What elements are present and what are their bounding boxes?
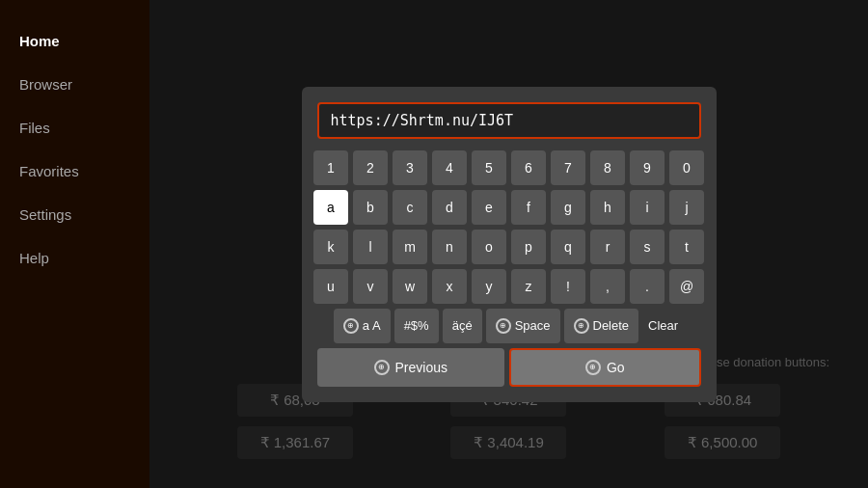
key-l[interactable]: l bbox=[353, 230, 388, 264]
key-b[interactable]: b bbox=[353, 190, 388, 225]
keyboard-overlay: https://Shrtm.nu/IJ6T 1 2 3 4 5 6 7 8 9 … bbox=[149, 0, 868, 488]
previous-icon: ⊕ bbox=[374, 360, 390, 375]
key-n[interactable]: n bbox=[432, 230, 467, 264]
key-o[interactable]: o bbox=[472, 230, 506, 264]
sidebar: Home Browser Files Favorites Settings He… bbox=[0, 0, 149, 488]
key-e[interactable]: e bbox=[472, 190, 506, 225]
key-v[interactable]: v bbox=[353, 269, 388, 304]
key-x[interactable]: x bbox=[432, 269, 467, 304]
key-8[interactable]: 8 bbox=[590, 150, 625, 185]
key-period[interactable]: . bbox=[630, 269, 665, 304]
key-4[interactable]: 4 bbox=[432, 150, 467, 185]
key-p[interactable]: p bbox=[511, 230, 546, 264]
key-comma[interactable]: , bbox=[590, 269, 625, 304]
accents-key[interactable]: äçé bbox=[443, 309, 482, 343]
shift-key[interactable]: ⊕ a A bbox=[334, 309, 391, 343]
sidebar-item-help[interactable]: Help bbox=[0, 236, 149, 280]
letter-row-3: u v w x y z ! , . @ bbox=[317, 269, 701, 304]
key-9[interactable]: 9 bbox=[630, 150, 665, 185]
key-c[interactable]: c bbox=[393, 190, 427, 225]
letter-row-1: a b c d e f g h i j bbox=[317, 190, 701, 225]
key-j[interactable]: j bbox=[669, 190, 704, 225]
sidebar-item-home[interactable]: Home bbox=[0, 19, 149, 63]
key-i[interactable]: i bbox=[630, 190, 665, 225]
clear-key[interactable]: Clear bbox=[642, 309, 684, 343]
key-w[interactable]: w bbox=[393, 269, 427, 304]
key-1[interactable]: 1 bbox=[313, 150, 348, 185]
keyboard-dialog: https://Shrtm.nu/IJ6T 1 2 3 4 5 6 7 8 9 … bbox=[302, 87, 717, 402]
previous-button[interactable]: ⊕ Previous bbox=[317, 348, 505, 387]
key-g[interactable]: g bbox=[551, 190, 585, 225]
key-exclamation[interactable]: ! bbox=[551, 269, 585, 304]
special-row: ⊕ a A #$% äçé ⊕ Space ⊕ Delete Clear bbox=[317, 309, 701, 343]
key-at[interactable]: @ bbox=[669, 269, 704, 304]
key-6[interactable]: 6 bbox=[511, 150, 546, 185]
key-t[interactable]: t bbox=[669, 230, 704, 264]
key-m[interactable]: m bbox=[393, 230, 427, 264]
key-2[interactable]: 2 bbox=[353, 150, 388, 185]
sidebar-item-favorites[interactable]: Favorites bbox=[0, 149, 149, 193]
url-input-text: https://Shrtm.nu/IJ6T bbox=[331, 112, 514, 129]
url-input-container[interactable]: https://Shrtm.nu/IJ6T bbox=[317, 102, 701, 139]
symbols-key[interactable]: #$% bbox=[394, 309, 439, 343]
key-a[interactable]: a bbox=[313, 190, 348, 225]
shift-icon: ⊕ bbox=[343, 318, 359, 334]
letter-row-2: k l m n o p q r s t bbox=[317, 230, 701, 264]
key-7[interactable]: 7 bbox=[551, 150, 585, 185]
key-d[interactable]: d bbox=[432, 190, 467, 225]
sidebar-item-browser[interactable]: Browser bbox=[0, 63, 149, 106]
key-s[interactable]: s bbox=[630, 230, 665, 264]
key-0[interactable]: 0 bbox=[669, 150, 704, 185]
sidebar-item-files[interactable]: Files bbox=[0, 106, 149, 149]
go-button[interactable]: ⊕ Go bbox=[509, 348, 701, 387]
key-u[interactable]: u bbox=[313, 269, 348, 304]
key-5[interactable]: 5 bbox=[472, 150, 506, 185]
action-row: ⊕ Previous ⊕ Go bbox=[317, 348, 701, 387]
key-y[interactable]: y bbox=[472, 269, 506, 304]
key-f[interactable]: f bbox=[511, 190, 546, 225]
sidebar-item-settings[interactable]: Settings bbox=[0, 193, 149, 236]
key-3[interactable]: 3 bbox=[393, 150, 427, 185]
key-q[interactable]: q bbox=[551, 230, 585, 264]
space-icon: ⊕ bbox=[496, 318, 511, 334]
space-key[interactable]: ⊕ Space bbox=[486, 309, 560, 343]
key-h[interactable]: h bbox=[590, 190, 625, 225]
delete-icon: ⊕ bbox=[574, 318, 589, 334]
key-k[interactable]: k bbox=[313, 230, 348, 264]
go-icon: ⊕ bbox=[585, 360, 601, 375]
number-row: 1 2 3 4 5 6 7 8 9 0 bbox=[317, 150, 701, 185]
delete-key[interactable]: ⊕ Delete bbox=[564, 309, 639, 343]
key-r[interactable]: r bbox=[590, 230, 625, 264]
key-z[interactable]: z bbox=[511, 269, 546, 304]
